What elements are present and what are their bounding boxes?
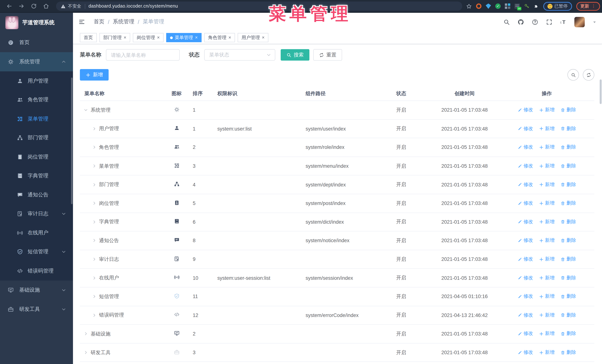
extensions-puzzle-icon[interactable] (534, 3, 539, 9)
delete-link[interactable]: 删除 (560, 144, 576, 151)
delete-link[interactable]: 删除 (560, 163, 576, 169)
delete-link[interactable]: 删除 (560, 219, 576, 225)
edit-link[interactable]: 修改 (517, 200, 533, 207)
home-icon[interactable] (43, 3, 49, 9)
breadcrumb-item[interactable]: 首页 (94, 18, 105, 25)
sidebar-item-岗位管理[interactable]: 岗位管理 (0, 147, 73, 166)
menu-name-cell[interactable]: 研发工具 (80, 349, 165, 356)
paused-badge[interactable]: 已暂停 (543, 2, 572, 10)
toggle-search-button[interactable] (567, 69, 579, 81)
extension-key-icon[interactable] (524, 3, 529, 9)
delete-link[interactable]: 删除 (560, 237, 576, 244)
tab-首页[interactable]: 首页 (80, 33, 97, 42)
edit-link[interactable]: 修改 (517, 312, 533, 318)
page-scrollbar-thumb[interactable] (600, 79, 602, 104)
update-button[interactable]: 更新 (576, 2, 600, 10)
add-link[interactable]: 新增 (539, 275, 555, 281)
menu-name-cell[interactable]: 通知公告 (80, 237, 165, 244)
edit-link[interactable]: 修改 (517, 237, 533, 244)
sidebar-item-字典管理[interactable]: 字典管理 (0, 166, 73, 186)
edit-link[interactable]: 修改 (517, 275, 533, 281)
delete-link[interactable]: 删除 (560, 349, 576, 356)
add-link[interactable]: 新增 (539, 349, 555, 356)
close-icon[interactable]: × (157, 35, 160, 40)
sidebar-item-基础设施[interactable]: 基础设施 (0, 280, 73, 300)
fullscreen-icon[interactable] (546, 19, 552, 25)
delete-link[interactable]: 删除 (560, 125, 576, 132)
reset-button[interactable]: 重置 (313, 49, 342, 61)
add-button[interactable]: 新增 (80, 69, 108, 81)
delete-link[interactable]: 删除 (560, 312, 576, 318)
help-icon[interactable] (532, 19, 538, 25)
extension-blue-gem-icon[interactable] (486, 3, 491, 9)
sidebar-item-研发工具[interactable]: 研发工具 (0, 300, 73, 319)
delete-link[interactable]: 删除 (560, 331, 576, 337)
edit-link[interactable]: 修改 (517, 349, 533, 356)
edit-link[interactable]: 修改 (517, 144, 533, 151)
add-link[interactable]: 新增 (539, 107, 555, 113)
github-icon[interactable] (517, 19, 524, 25)
sidebar-item-角色管理[interactable]: 角色管理 (0, 90, 73, 109)
bookmark-star-icon[interactable] (466, 3, 472, 9)
edit-link[interactable]: 修改 (517, 331, 533, 337)
reload-icon[interactable] (31, 3, 37, 9)
menu-name-cell[interactable]: 岗位管理 (80, 200, 165, 207)
forward-icon[interactable] (18, 3, 24, 9)
sidebar-item-审计日志[interactable]: 审计日志 (0, 204, 73, 223)
add-link[interactable]: 新增 (539, 293, 555, 300)
close-icon[interactable]: × (124, 35, 126, 40)
tab-角色管理[interactable]: 角色管理× (204, 33, 235, 42)
tab-岗位管理[interactable]: 岗位管理× (133, 33, 163, 42)
add-link[interactable]: 新增 (539, 200, 555, 207)
add-link[interactable]: 新增 (539, 312, 555, 318)
delete-link[interactable]: 删除 (560, 107, 576, 113)
close-icon[interactable]: × (262, 35, 265, 40)
edit-link[interactable]: 修改 (517, 219, 533, 225)
add-link[interactable]: 新增 (539, 219, 555, 225)
menu-name-cell[interactable]: 错误码管理 (80, 312, 165, 319)
menu-name-cell[interactable]: 审计日志 (80, 256, 165, 263)
sidebar-item-短信管理[interactable]: 短信管理 (0, 242, 73, 261)
menu-name-input[interactable] (106, 49, 180, 61)
menu-name-cell[interactable]: 部门管理 (80, 181, 165, 188)
hamburger-icon[interactable] (78, 18, 85, 25)
menu-name-cell[interactable]: 在线用户 (80, 274, 165, 281)
sidebar-item-首页[interactable]: 首页 (0, 33, 73, 52)
add-link[interactable]: 新增 (539, 163, 555, 169)
status-select[interactable]: 菜单状态 (204, 49, 275, 61)
tab-用户管理[interactable]: 用户管理× (238, 33, 269, 42)
edit-link[interactable]: 修改 (517, 293, 533, 300)
avatar[interactable] (574, 17, 585, 27)
add-link[interactable]: 新增 (539, 181, 555, 188)
search-button[interactable]: 搜索 (281, 49, 309, 61)
font-size-icon[interactable]: tT (560, 19, 567, 25)
delete-link[interactable]: 删除 (560, 293, 576, 300)
menu-name-cell[interactable]: 短信管理 (80, 293, 165, 300)
sidebar-scrollbar[interactable] (71, 78, 72, 204)
edit-link[interactable]: 修改 (517, 125, 533, 132)
menu-name-cell[interactable]: 菜单管理 (80, 163, 165, 169)
sidebar-item-菜单管理[interactable]: 菜单管理 (0, 109, 73, 128)
edit-link[interactable]: 修改 (517, 163, 533, 169)
sidebar-item-部门管理[interactable]: 部门管理 (0, 128, 73, 147)
sidebar-item-用户管理[interactable]: 用户管理 (0, 72, 73, 91)
menu-name-cell[interactable]: 基础设施 (80, 330, 165, 337)
extension-grid-icon[interactable] (505, 3, 510, 9)
app-logo[interactable]: 芋道管理系统 (0, 12, 73, 33)
edit-link[interactable]: 修改 (517, 107, 533, 113)
sidebar-item-系统管理[interactable]: 系统管理 (0, 52, 73, 72)
extension-orange-ring-icon[interactable] (476, 3, 481, 9)
address-bar[interactable]: 不安全 dashboard.yudao.iocoder.cn/system/me… (56, 1, 462, 11)
edit-link[interactable]: 修改 (517, 256, 533, 262)
add-link[interactable]: 新增 (539, 237, 555, 244)
sidebar-item-在线用户[interactable]: 在线用户 (0, 223, 73, 242)
tab-菜单管理[interactable]: 菜单管理× (166, 33, 202, 42)
back-icon[interactable] (6, 3, 12, 9)
tab-部门管理[interactable]: 部门管理× (99, 33, 130, 42)
menu-name-cell[interactable]: 角色管理 (80, 144, 165, 151)
search-icon[interactable] (503, 19, 510, 25)
avatar-caret-down-icon[interactable] (592, 20, 597, 24)
close-icon[interactable]: × (195, 35, 198, 40)
add-link[interactable]: 新增 (539, 256, 555, 262)
menu-name-cell[interactable]: 用户管理 (80, 125, 165, 132)
